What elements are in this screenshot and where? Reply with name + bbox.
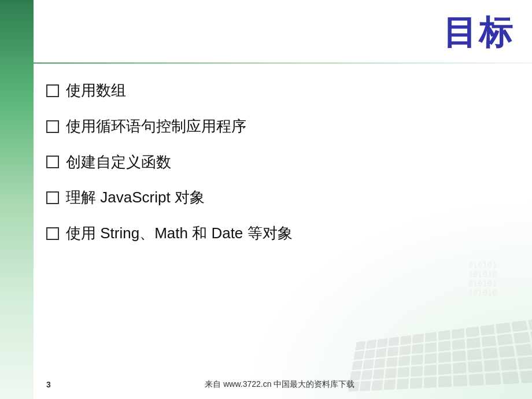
keyboard-key [386,357,398,367]
keyboard-key [400,335,411,345]
keyboard-key [374,358,386,368]
keyboard-key [438,352,451,363]
keyboard-key [498,346,515,358]
keyboard-key [361,370,372,380]
keyboard-key [482,335,497,347]
keyboard-key [425,332,437,342]
slide-title-area: 目标 [443,10,515,56]
keyboard-key [452,328,464,339]
keyboard-key [424,365,437,376]
keyboard-key [453,362,467,374]
keyboard-key [412,344,423,354]
checkbox-icon-5 [46,227,59,240]
keyboard-key [500,358,517,370]
keyboard-key [373,369,385,379]
keyboard-key [411,366,423,377]
keyboard-key [528,318,532,330]
slide-title: 目标 [443,13,515,51]
keyboard-key [398,356,410,366]
keyboard-decoration: 010101101010010101101010 [289,249,532,399]
keyboard-key [438,341,450,352]
keyboard-key [387,346,398,356]
keyboard-key [352,360,363,370]
keyboard-key [388,337,399,346]
keyboard-key [424,353,437,364]
top-divider-line [34,62,532,64]
bullet-text-2: 使用循环语句控制应用程序 [66,117,246,136]
keyboard-key [511,320,528,332]
left-accent-bar [0,0,34,399]
keyboard-key [513,332,530,344]
keyboard-key [411,354,423,365]
keyboard-key [438,330,450,341]
keyboard-key [467,349,482,360]
keyboard-key [466,326,479,337]
keyboard-key [468,361,483,372]
keyboard-key [375,348,386,358]
keyboard-key [363,359,374,369]
keyboard-key [377,338,388,348]
keyboard-key [438,364,452,375]
page-number: 3 [46,380,51,389]
keyboard-key [483,360,499,372]
keyboard-key [482,348,498,359]
keyboard-key [467,337,481,348]
keyboard-key [518,357,532,370]
keyboard-key [452,350,466,361]
keyboard-key [452,339,466,350]
bullet-text-3: 创建自定义函数 [66,153,171,172]
keyboard-key [364,349,375,359]
bullet-item-2: 使用循环语句控制应用程序 [46,117,509,136]
keyboard-key [412,334,424,343]
bullet-item-5: 使用 String、Math 和 Date 等对象 [46,224,509,243]
keyboard-key [497,334,513,345]
keyboard-key [481,324,495,335]
content-area: 使用数组 使用循环语句控制应用程序 创建自定义函数 理解 JavaScript … [46,81,509,260]
bullet-item-4: 理解 JavaScript 对象 [46,188,509,208]
bullet-item-3: 创建自定义函数 [46,153,509,172]
keyboard-key [353,350,364,360]
keyboard-key [397,367,409,377]
bullet-text-5: 使用 String、Math 和 Date 等对象 [66,224,293,243]
slide: 010101101010010101101010 目标 使用数组 使用循环语句控… [0,0,532,399]
keyboard-key [425,342,437,353]
checkbox-icon-4 [46,191,59,204]
keyboard-key [515,344,532,356]
keyboard-key [366,339,377,349]
bullet-item-1: 使用数组 [46,81,509,101]
bullet-text-4: 理解 JavaScript 对象 [66,188,205,208]
checkbox-icon-1 [46,84,59,97]
keyboard-key [385,368,397,378]
checkbox-icon-3 [46,156,59,168]
checkbox-icon-2 [46,120,59,133]
binary-text-decoration: 010101101010010101101010 [468,260,497,297]
keyboard-key [399,345,411,356]
slide-footer: 3 来自 www.3722.cn 中国最大的资料库下载 [0,379,532,390]
footer-attribution: 来自 www.3722.cn 中国最大的资料库下载 [74,379,486,390]
bullet-text-1: 使用数组 [66,81,126,101]
keyboard-key [496,323,511,334]
keyboard-key [355,341,365,350]
